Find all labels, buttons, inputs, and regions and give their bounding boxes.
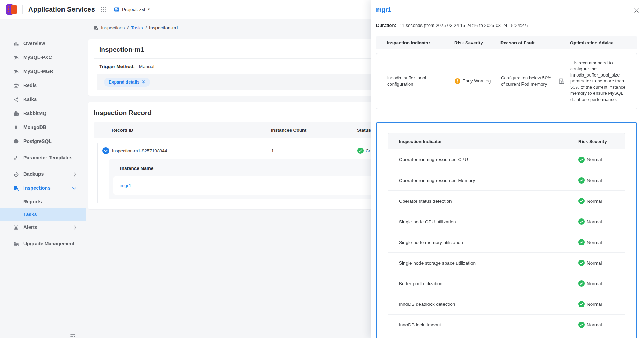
instance-link-mgr1[interactable]: mgr1 <box>120 183 131 188</box>
risk-cell: Normal <box>578 198 619 204</box>
check-circle-icon <box>578 239 585 245</box>
normal-indicators-panel: Inspection Indicator Risk Severity Opera… <box>376 122 637 338</box>
sidebar-item-redis[interactable]: Redis <box>0 79 86 93</box>
risk-cell: Normal <box>578 260 619 266</box>
drawer-title: mgr1 <box>376 6 637 14</box>
duration-label: Duration: <box>376 23 396 28</box>
alarm-icon <box>13 225 19 230</box>
risk-cell: Normal <box>578 239 619 245</box>
col-reason-of-fault: Reason of Fault <box>500 40 558 45</box>
node-graph-icon <box>13 97 19 102</box>
sidebar-item-postgresql[interactable]: PostgreSQL <box>0 135 86 149</box>
duration-row: Duration: 11 seconds (from 2025-03-24 15… <box>376 23 637 28</box>
leaf-icon <box>13 125 19 130</box>
check-circle-icon <box>578 198 585 204</box>
indicator-row: Single node storage space utilization No… <box>388 252 625 273</box>
trigger-method-label: Trigger Method: <box>99 64 135 69</box>
sidebar-item-backups[interactable]: Backups <box>0 167 86 181</box>
app-logo <box>5 3 19 16</box>
advice-doc-icon[interactable] <box>558 78 570 84</box>
fault-table-row: innodb_buffer_pool configuration Early W… <box>376 53 637 109</box>
normal-table-header: Inspection Indicator Risk Severity <box>388 133 625 149</box>
reason-cell: Configuration below 50% of current Pod m… <box>501 75 558 87</box>
sidebar-item-upgrade-management[interactable]: Upgrade Management <box>0 235 86 253</box>
close-icon[interactable] <box>634 8 639 13</box>
sidebar-item-kafka[interactable]: Kafka <box>0 93 86 107</box>
sidebar-item-reports[interactable]: Reports <box>0 195 86 208</box>
chevron-right-icon <box>74 172 76 177</box>
indicator-cell: innodb_buffer_pool configuration <box>387 75 455 87</box>
elephant-icon <box>13 139 19 144</box>
col-inspection-indicator: Inspection Indicator <box>387 40 454 45</box>
sidebar-item-overview[interactable]: Overview <box>0 37 86 51</box>
sidebar-item-tasks[interactable]: Tasks <box>0 208 86 221</box>
sidebar-item-parameter-templates[interactable]: Parameter Templates <box>0 149 86 167</box>
col-risk-severity: Risk Severity <box>578 139 619 144</box>
col-optimization-advice: Optimization Advice <box>570 40 632 45</box>
header-divider <box>22 5 23 14</box>
app-title: Application Services <box>28 6 95 13</box>
project-icon <box>114 7 119 12</box>
sidebar-item-inspections[interactable]: Inspections <box>0 181 86 195</box>
chevron-right-icon <box>74 225 76 230</box>
collapse-row-icon[interactable] <box>102 147 109 154</box>
inspection-doc-icon <box>93 25 98 30</box>
indicator-row: InnoDB deadlock detection Normal <box>388 294 625 314</box>
instance-detail-drawer: mgr1 Duration: 11 seconds (from 2025-03-… <box>371 0 644 338</box>
record-id-cell: inspection-m1-8257198944 <box>112 148 271 153</box>
caret-down-icon: ▼ <box>147 8 151 11</box>
normal-indicators-table: Inspection Indicator Risk Severity Opera… <box>388 133 625 338</box>
indicator-row: Buffer pool utilization Normal <box>388 273 625 294</box>
check-circle-icon <box>578 218 585 225</box>
rabbit-icon <box>13 111 19 116</box>
col-risk-severity: Risk Severity <box>454 40 500 45</box>
check-circle-icon <box>578 260 585 266</box>
sliders-icon <box>13 155 19 161</box>
col-instances-count: Instances Count <box>271 128 357 133</box>
risk-cell: Normal <box>578 280 619 287</box>
expand-details-button[interactable]: Expand details <box>104 78 150 87</box>
indicator-row: Single node memory utilization Normal <box>388 232 625 252</box>
col-inspection-indicator: Inspection Indicator <box>399 139 578 144</box>
fault-table-header: Inspection Indicator Risk Severity Reaso… <box>376 36 637 49</box>
project-selector[interactable]: Project: zxl ▼ <box>114 7 151 12</box>
col-record-id: Record ID <box>112 128 271 133</box>
indicator-row: InnoDB lock timeout Normal <box>388 314 625 335</box>
indicator-row: Operator status detection Normal <box>388 190 625 211</box>
inspection-doc-icon <box>13 186 19 191</box>
sidebar: Overview MySQL-PXC MySQL-MGR Redis Kafka… <box>0 19 86 338</box>
layers-icon <box>13 83 19 88</box>
folder-gear-icon <box>13 241 19 247</box>
mysql-dolphin-icon <box>13 69 19 74</box>
warning-circle-icon <box>455 78 460 84</box>
app-grid-icon[interactable] <box>101 7 106 12</box>
breadcrumb-current: inspection-m1 <box>149 25 178 30</box>
check-circle-icon <box>578 280 585 287</box>
sidebar-item-alerts[interactable]: Alerts <box>0 221 86 235</box>
breadcrumb-separator: / <box>146 25 147 30</box>
check-circle-icon <box>578 157 585 163</box>
sidebar-item-rabbitmq[interactable]: RabbitMQ <box>0 107 86 121</box>
sidebar-collapse-icon[interactable] <box>70 333 76 338</box>
project-label: Project: zxl <box>122 7 145 12</box>
instances-count-cell: 1 <box>271 148 357 153</box>
risk-cell: Early Warning <box>455 78 501 84</box>
breadcrumb-inspections[interactable]: Inspections <box>101 25 125 30</box>
risk-cell: Normal <box>578 322 619 328</box>
breadcrumb-tasks-link[interactable]: Tasks <box>131 25 143 30</box>
trigger-method-value: Manual <box>139 64 154 69</box>
indicator-row: Single node CPU utilization Normal <box>388 211 625 232</box>
check-circle-icon <box>578 177 585 184</box>
sidebar-item-mysql-pxc[interactable]: MySQL-PXC <box>0 51 86 65</box>
check-circle-icon <box>578 301 585 307</box>
sidebar-item-mysql-mgr[interactable]: MySQL-MGR <box>0 65 86 79</box>
duration-value: 11 seconds (from 2025-03-24 15:24:16 to … <box>400 23 528 28</box>
double-chevron-down-icon <box>141 80 146 84</box>
check-circle-icon <box>578 322 585 328</box>
risk-cell: Normal <box>578 301 619 307</box>
indicator-row: Operator running resources-Memory Normal <box>388 170 625 190</box>
sidebar-item-mongodb[interactable]: MongoDB <box>0 121 86 135</box>
bar-chart-icon <box>13 41 19 46</box>
advice-cell: It is recommended to configure the innod… <box>570 60 632 103</box>
chevron-down-icon <box>72 187 76 190</box>
